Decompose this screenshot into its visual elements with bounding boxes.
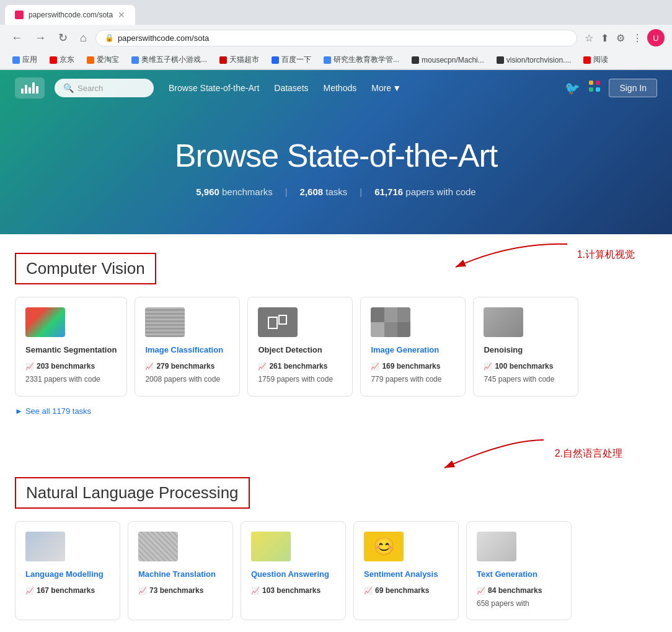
bookmark-favicon bbox=[583, 56, 591, 64]
stat-separator: | bbox=[285, 187, 288, 197]
benchmark-count: 📈 169 benchmarks bbox=[371, 361, 455, 372]
card-thumbnail bbox=[477, 532, 516, 561]
address-bar[interactable]: 🔒 paperswithcode.com/sota bbox=[95, 30, 577, 46]
annotation-label-2: 2.自然语言处理 bbox=[555, 447, 622, 460]
bookmark-tmall[interactable]: 天猫超市 bbox=[214, 53, 264, 67]
logo-bar bbox=[25, 85, 27, 94]
hero-section: Browse State-of-the-Art 5,960 benchmarks… bbox=[0, 106, 672, 234]
nav-datasets[interactable]: Datasets bbox=[274, 83, 308, 93]
sign-in-button[interactable]: Sign In bbox=[609, 79, 657, 97]
benchmark-count: 📈 100 benchmarks bbox=[484, 361, 568, 372]
cv-title: Computer Vision bbox=[26, 259, 145, 278]
papers-count: 2331 papers with code bbox=[25, 374, 117, 385]
thumb-image bbox=[251, 532, 291, 561]
bookmark-favicon bbox=[272, 56, 279, 64]
nav-browse[interactable]: Browse State-of-the-Art bbox=[169, 83, 259, 93]
see-all-cv-link[interactable]: ► See all 1179 tasks bbox=[15, 406, 657, 416]
chart-icon: 📈 bbox=[364, 586, 373, 597]
forward-button[interactable]: → bbox=[31, 29, 50, 47]
toolbar-icons: ☆ ⬆ ⚙ ⋮ U bbox=[582, 29, 665, 46]
thumb-image bbox=[477, 532, 516, 561]
benchmark-count: 📈 167 benchmarks bbox=[25, 585, 110, 597]
card-thumbnail bbox=[258, 307, 298, 337]
bookmark-favicon bbox=[324, 56, 331, 64]
svg-rect-5 bbox=[268, 317, 277, 328]
svg-rect-2 bbox=[589, 87, 593, 92]
card-title: Semantic Segmentation bbox=[25, 345, 117, 356]
tab-close-button[interactable]: ✕ bbox=[118, 10, 125, 20]
benchmark-number: 279 benchmarks bbox=[156, 361, 214, 372]
slack-icon[interactable] bbox=[588, 79, 601, 97]
card-image-generation[interactable]: Image Generation 📈 169 benchmarks 779 pa… bbox=[360, 297, 466, 397]
search-input[interactable]: Search bbox=[77, 84, 145, 93]
card-denoising[interactable]: Denoising 📈 100 benchmarks 745 papers wi… bbox=[473, 297, 578, 397]
bookmark-apps[interactable]: 应用 bbox=[7, 53, 42, 67]
card-language-modelling[interactable]: Language Modelling 📈 167 benchmarks bbox=[15, 521, 120, 621]
card-thumbnail: 😊 bbox=[364, 532, 404, 561]
papers-count: 1759 papers with code bbox=[258, 374, 342, 385]
chart-icon: 📈 bbox=[371, 361, 379, 372]
browser-toolbar: ← → ↻ ⌂ 🔒 paperswithcode.com/sota ☆ ⬆ ⚙ … bbox=[0, 25, 672, 51]
annotation-area-2: 2.自然语言处理 bbox=[0, 437, 672, 471]
annotation-label-1: 1.计算机视觉 bbox=[577, 248, 635, 261]
card-meta: 📈 73 benchmarks bbox=[138, 585, 223, 597]
chart-icon: 📈 bbox=[25, 361, 34, 372]
reload-button[interactable]: ↻ bbox=[55, 29, 71, 47]
card-image-classification[interactable]: Image Classification 📈 279 benchmarks 20… bbox=[135, 297, 240, 397]
thumb-image bbox=[25, 532, 65, 561]
card-title: Object Detection bbox=[258, 345, 342, 356]
chart-icon: 📈 bbox=[477, 586, 485, 597]
nav-methods[interactable]: Methods bbox=[324, 83, 357, 93]
bookmark-github1[interactable]: mousecpn/Machi... bbox=[407, 54, 489, 66]
annotation-2: 2.自然语言处理 bbox=[426, 437, 622, 471]
bookmark-taobao[interactable]: 爱淘宝 bbox=[82, 53, 124, 67]
card-thumbnail bbox=[251, 532, 291, 561]
bookmark-favicon bbox=[12, 56, 20, 64]
benchmark-count: 📈 279 benchmarks bbox=[145, 361, 229, 372]
thumb-image bbox=[145, 307, 185, 337]
profile-button[interactable]: U bbox=[647, 29, 665, 46]
bookmark-label: 百度一下 bbox=[281, 55, 311, 65]
card-question-answering[interactable]: Question Answering 📈 103 benchmarks bbox=[241, 521, 346, 621]
papers-stat: 61,716 papers with code bbox=[374, 187, 475, 197]
menu-button[interactable]: ⋮ bbox=[630, 30, 645, 46]
home-button[interactable]: ⌂ bbox=[76, 29, 91, 47]
bookmark-label: 京东 bbox=[60, 55, 74, 65]
card-text-generation[interactable]: Text Generation 📈 84 benchmarks 658 pape… bbox=[466, 521, 572, 621]
active-tab[interactable]: paperswithcode.com/sota ✕ bbox=[5, 5, 135, 25]
bookmark-star-button[interactable]: ☆ bbox=[582, 30, 596, 46]
benchmark-count: 📈 261 benchmarks bbox=[258, 361, 342, 372]
benchmark-number: 261 benchmarks bbox=[269, 361, 327, 372]
browser-tabs: paperswithcode.com/sota ✕ bbox=[0, 0, 672, 25]
bookmark-read[interactable]: 阅读 bbox=[578, 53, 613, 67]
svg-rect-0 bbox=[589, 81, 593, 85]
card-machine-translation[interactable]: Machine Translation 📈 73 benchmarks bbox=[128, 521, 233, 621]
card-sentiment-analysis[interactable]: 😊 Sentiment Analysis 📈 69 benchmarks bbox=[353, 521, 459, 621]
benchmark-number: 73 benchmarks bbox=[149, 585, 203, 597]
benchmark-count: 📈 203 benchmarks bbox=[25, 361, 117, 372]
bookmark-baidu[interactable]: 百度一下 bbox=[267, 53, 316, 67]
benchmark-count: 📈 84 benchmarks bbox=[477, 585, 561, 597]
extensions-button[interactable]: ⚙ bbox=[614, 30, 627, 46]
share-button[interactable]: ⬆ bbox=[598, 30, 611, 46]
nlp-category-header: Natural Language Processing bbox=[15, 477, 250, 509]
card-meta: 📈 261 benchmarks 1759 papers with code bbox=[258, 361, 342, 385]
hero-stats: 5,960 benchmarks | 2,608 tasks | 61,716 … bbox=[15, 187, 657, 197]
card-semantic-segmentation[interactable]: Semantic Segmentation 📈 203 benchmarks 2… bbox=[15, 297, 127, 397]
site-logo[interactable] bbox=[15, 77, 45, 99]
bookmark-jd[interactable]: 京东 bbox=[45, 53, 79, 67]
card-meta: 📈 103 benchmarks bbox=[251, 585, 335, 597]
twitter-icon[interactable]: 🐦 bbox=[565, 81, 580, 95]
back-button[interactable]: ← bbox=[7, 29, 26, 47]
bookmark-favicon bbox=[412, 56, 419, 64]
search-box[interactable]: 🔍 Search bbox=[55, 79, 154, 97]
nav-more[interactable]: More ▼ bbox=[371, 83, 401, 93]
card-object-detection[interactable]: Object Detection 📈 261 benchmarks 1759 p… bbox=[247, 297, 353, 397]
search-icon: 🔍 bbox=[63, 83, 74, 93]
bookmark-label: 阅读 bbox=[593, 55, 608, 65]
chart-icon: 📈 bbox=[258, 361, 267, 372]
bookmark-research[interactable]: 研究生教育教学管... bbox=[319, 53, 404, 67]
bookmark-github2[interactable]: vision/torchvision.... bbox=[492, 54, 577, 66]
bookmark-game[interactable]: 奥维五子棋小游戏... bbox=[126, 53, 212, 67]
bookmark-favicon bbox=[87, 56, 94, 64]
